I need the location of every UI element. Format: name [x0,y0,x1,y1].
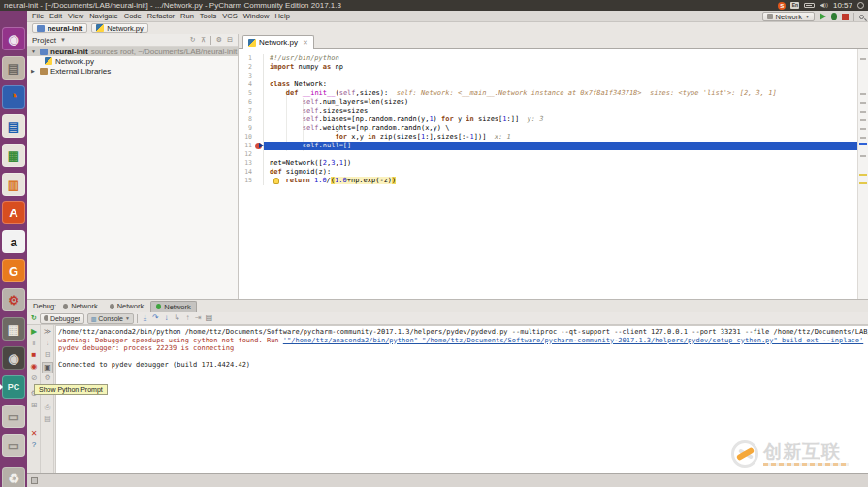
clear-icon[interactable]: ▤ [41,414,54,424]
menu-view[interactable]: View [65,11,86,21]
amazon-icon[interactable]: a [2,230,25,253]
tree-item-network-py[interactable]: Network.py [27,56,238,66]
run-configuration-select[interactable]: Network ▼ [762,12,815,21]
editor-line[interactable]: 3 [239,72,857,81]
gear-icon[interactable]: ⚙ [216,36,222,44]
firefox-icon[interactable]: ◔ [2,85,25,109]
split-icon[interactable]: ⊟ [41,350,54,360]
volume-icon[interactable]: ◀)) [820,0,828,11]
editor-line[interactable]: 15 return 1.0/(1.0+np.exp(-z)) [239,177,857,185]
sogou-icon[interactable]: S [778,2,786,10]
pause-icon[interactable]: ‖ [27,339,41,348]
step-over-icon[interactable]: ↷ [151,313,160,323]
debug-tab-3[interactable]: Network [150,301,197,312]
editor-line[interactable]: 14def sigmoid(z): [239,168,857,177]
pin-icon[interactable]: ⊞ [27,401,41,410]
view-breakpoints-icon[interactable]: ◉ [27,362,41,372]
hide-panel-icon[interactable]: ⊟ [227,36,233,44]
editor-line[interactable]: 10 for x,y in zip(sizes[1:],sizes[:-1])]… [239,133,857,142]
close-icon[interactable]: ✕ [27,429,41,438]
menu-run[interactable]: Run [177,11,197,21]
menu-refactor[interactable]: Refactor [145,11,177,21]
libreoffice-writer-icon[interactable]: ▤ [2,114,25,138]
step-into-icon[interactable]: ↓ [162,313,171,323]
archive2-icon[interactable]: ▭ [2,434,25,457]
help-icon[interactable]: ? [27,440,41,450]
editor-scrollbar[interactable] [857,49,868,299]
editor-line[interactable]: 12 [239,150,857,159]
clock[interactable]: 10:57 [833,0,852,11]
tab-network-py[interactable]: Network.py ✕ [242,35,314,49]
editor-line[interactable]: 1#!/usr/bin/python [239,54,857,63]
show-execution-point-icon[interactable]: ⤓ [141,313,149,323]
editor-line[interactable]: 7 self.sizes=sizes [239,107,857,115]
collapse-all-icon[interactable]: ⊼ [201,36,206,44]
debug-button[interactable] [831,13,837,20]
view-menu-icon[interactable]: ▤ [205,313,213,323]
archive-icon[interactable]: ▭ [2,405,25,428]
line-number: 10 [239,133,264,142]
menu-help[interactable]: Help [272,11,292,21]
breadcrumb-project[interactable]: neural-init [32,23,87,33]
editor-line[interactable]: 6 self.num_layers=len(sizes) [239,98,857,107]
project-panel-header[interactable]: Project ▼ ↻ ⊼ ⚙ ⊟ [27,34,238,47]
expand-arrow-icon[interactable]: ▼ [31,49,37,54]
editor-line[interactable]: 11 self.null=[] [239,142,857,150]
close-icon[interactable]: ✕ [303,39,308,47]
menu-code[interactable]: Code [121,11,145,21]
code-editor[interactable]: 1#!/usr/bin/python2import numpy as np34c… [239,49,857,299]
libreoffice-impress-icon[interactable]: ▥ [2,173,25,196]
stop-icon[interactable]: ■ [27,350,41,360]
console-settings-icon[interactable]: ⚙ [41,373,54,383]
step-out-icon[interactable]: ↑ [183,313,192,323]
trash-icon[interactable]: ♻ [2,467,25,487]
dash-home-icon[interactable]: ◉ [2,27,25,50]
print-icon[interactable]: ⎙ [41,403,54,412]
tree-item-external-libraries[interactable]: ▶ External Libraries [27,66,238,76]
tab-console[interactable]: ▥ Console ▼ [87,313,134,324]
toolwindow-toggle-icon[interactable] [31,477,38,484]
intention-bulb-icon[interactable] [273,178,279,184]
screenshot-icon[interactable]: ◉ [2,346,25,370]
scroll-to-end-icon[interactable]: ↓ [41,339,54,348]
menu-navigate[interactable]: Navigate [86,11,121,21]
menu-edit[interactable]: Edit [47,11,65,21]
run-to-cursor-icon[interactable]: ⇥ [194,313,203,323]
calculator-icon[interactable]: ▦ [2,317,25,341]
editor-line[interactable]: 9 self.weights=[np.random.randn(x,y) \ [239,124,857,133]
editor-line[interactable]: 4class Network: [239,81,857,89]
menu-window[interactable]: Window [241,11,273,21]
run-button[interactable] [820,13,826,20]
tab-debugger[interactable]: Debugger [40,313,84,324]
mute-breakpoints-icon[interactable]: ⊘ [27,373,41,383]
power-icon[interactable] [857,2,864,9]
resume-icon[interactable]: ▶ [27,327,41,337]
pycharm-icon[interactable]: PC [2,375,25,399]
editor-line[interactable]: 13net=Network([2,3,1]) [239,159,857,168]
editor-line[interactable]: 5 def __init__(self,sizes): self: Networ… [239,89,857,98]
g-app-icon[interactable]: G [2,259,25,282]
soft-wrap-icon[interactable]: ▣ [42,362,53,373]
expand-arrow-icon[interactable]: ▶ [31,68,37,74]
system-settings-icon[interactable]: ⚙ [2,288,25,311]
force-step-into-icon[interactable]: ↳ [173,313,181,323]
software-center-icon[interactable]: A [2,201,25,224]
menu-vcs[interactable]: VCS [219,11,240,21]
editor-line[interactable]: 8 self.biases=[np.random.randn(y,1) for … [239,115,857,124]
libreoffice-calc-icon[interactable]: ▦ [2,144,25,167]
editor-line[interactable]: 2import numpy as np [239,63,857,72]
show-python-prompt-icon[interactable]: ≫ [41,327,54,337]
breadcrumb-file[interactable]: Network.py [91,23,148,33]
files-icon[interactable]: ▤ [2,56,25,80]
search-everywhere-icon[interactable] [859,15,864,19]
debug-tab-1[interactable]: Network [58,301,103,312]
menu-file[interactable]: File [29,11,47,21]
stop-button[interactable] [842,14,849,20]
input-method-icon[interactable]: En [790,2,799,9]
menu-tools[interactable]: Tools [197,11,220,21]
tree-item-project-root[interactable]: ▼ neural-init sources root, ~/Documents/… [27,47,238,56]
rerun-icon[interactable]: ↻ [31,314,37,322]
debug-tab-2[interactable]: Network [105,301,149,312]
refresh-icon[interactable]: ↻ [190,36,196,44]
battery-icon[interactable] [804,3,815,8]
